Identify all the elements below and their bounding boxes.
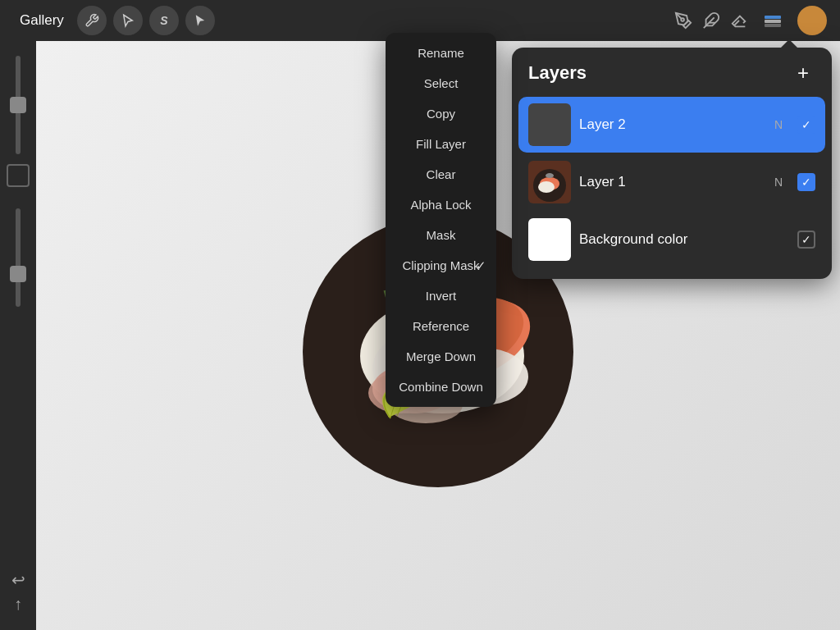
layer-2-name: Layer 2 — [579, 116, 766, 133]
svg-rect-4 — [765, 20, 781, 23]
brush-size-thumb[interactable] — [10, 97, 26, 113]
svg-point-0 — [681, 18, 684, 21]
marker-tool-button[interactable] — [702, 11, 720, 30]
brush-size-slider — [16, 56, 21, 154]
eraser-tool-button[interactable] — [730, 11, 748, 30]
menu-fill-layer[interactable]: Fill Layer — [386, 129, 496, 159]
layers-panel-title: Layers — [528, 62, 587, 84]
share-button[interactable]: ↑ — [14, 595, 22, 614]
pen-tool-button[interactable] — [674, 11, 692, 30]
menu-reference[interactable]: Reference — [386, 311, 496, 341]
menu-copy[interactable]: Copy — [386, 98, 496, 129]
layer-1-mode: N — [774, 176, 783, 189]
menu-rename[interactable]: Rename — [386, 38, 496, 68]
toolbar-right — [674, 6, 827, 35]
clipping-mask-check: ✓ — [476, 258, 486, 273]
gallery-button[interactable]: Gallery — [13, 9, 71, 32]
color-swatch[interactable] — [7, 164, 30, 187]
layer-row-2[interactable]: Layer 2 N ✓ — [518, 97, 825, 153]
svg-rect-3 — [765, 16, 781, 19]
toolbar-left: Gallery S — [13, 6, 215, 35]
menu-combine-down[interactable]: Combine Down — [386, 372, 496, 402]
opacity-track[interactable] — [16, 208, 21, 307]
layers-panel-header: Layers + — [512, 48, 832, 95]
layer-row-1[interactable]: Layer 1 N ✓ — [518, 154, 825, 210]
background-thumbnail — [528, 218, 571, 261]
selection-icon-button[interactable] — [113, 6, 143, 35]
background-visibility[interactable]: ✓ — [797, 231, 815, 249]
menu-mask[interactable]: Mask — [386, 220, 496, 250]
menu-invert[interactable]: Invert — [386, 281, 496, 311]
arrow-icon-button[interactable] — [185, 6, 215, 35]
layer-2-mode: N — [774, 118, 783, 131]
add-layer-button[interactable]: + — [791, 61, 815, 85]
menu-select[interactable]: Select — [386, 68, 496, 98]
layer-2-thumbnail — [528, 103, 571, 146]
svg-point-20 — [546, 173, 554, 178]
layer-row-background[interactable]: Background color ✓ — [518, 212, 825, 267]
wrench-icon-button[interactable] — [77, 6, 107, 35]
menu-merge-down[interactable]: Merge Down — [386, 341, 496, 372]
left-sidebar: ↩ ↑ — [0, 41, 36, 630]
layer-1-name: Layer 1 — [579, 174, 766, 190]
opacity-slider — [16, 208, 21, 307]
layer-1-thumbnail — [528, 161, 571, 203]
menu-clear[interactable]: Clear — [386, 159, 496, 189]
brush-size-track[interactable] — [16, 56, 21, 154]
transform-icon-button[interactable]: S — [149, 6, 179, 35]
layers-panel: Layers + Layer 2 N ✓ Layer 1 N — [512, 48, 832, 279]
menu-clipping-mask[interactable]: Clipping Mask ✓ — [386, 250, 496, 281]
undo-button[interactable]: ↩ — [11, 570, 25, 590]
opacity-thumb[interactable] — [10, 266, 26, 282]
svg-point-19 — [538, 181, 555, 193]
avatar[interactable] — [797, 6, 827, 35]
svg-rect-5 — [765, 24, 781, 27]
layer-1-visibility[interactable]: ✓ — [797, 173, 815, 191]
layer-2-visibility[interactable]: ✓ — [797, 116, 815, 134]
layers-icon-button[interactable] — [758, 6, 788, 35]
background-name: Background color — [579, 231, 774, 248]
menu-alpha-lock[interactable]: Alpha Lock — [386, 189, 496, 220]
context-menu: Rename Select Copy Fill Layer Clear Alph… — [386, 33, 496, 407]
